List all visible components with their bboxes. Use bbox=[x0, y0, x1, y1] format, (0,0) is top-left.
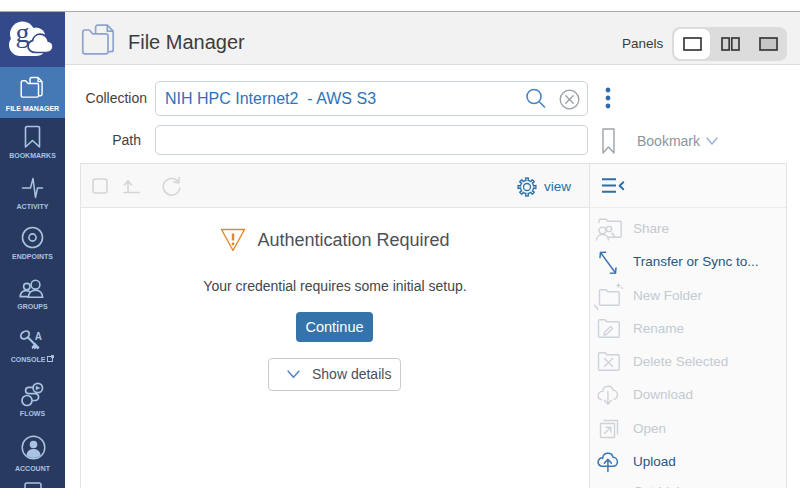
svg-text:A: A bbox=[35, 331, 42, 342]
svg-text:g: g bbox=[16, 21, 30, 48]
